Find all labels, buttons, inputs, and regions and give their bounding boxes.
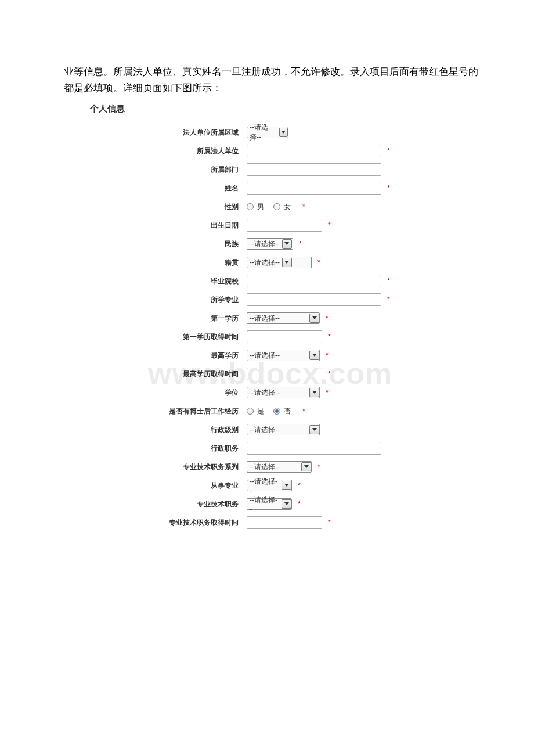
label-region: 法人单位所属区域 bbox=[90, 128, 247, 138]
select-first-edu[interactable]: --请选择-- bbox=[247, 312, 320, 324]
required-mark: * bbox=[387, 277, 390, 285]
row-dept: 所属部门 bbox=[90, 160, 461, 179]
row-school: 毕业院校 * bbox=[90, 272, 461, 290]
row-postdoc: 是否有博士后工作经历 是 否 * bbox=[90, 402, 461, 420]
svg-marker-8 bbox=[284, 484, 289, 487]
required-mark: * bbox=[302, 203, 305, 211]
input-highest-edu-time[interactable] bbox=[247, 368, 322, 380]
row-highest-edu-time: 最高学历取得时间 * bbox=[90, 365, 461, 383]
label-name: 姓名 bbox=[90, 183, 247, 193]
row-region: 法人单位所属区域 --请选择-- bbox=[90, 123, 461, 142]
row-highest-edu: 最高学历 --请选择-- * bbox=[90, 346, 461, 365]
select-tech-series-value: --请选择-- bbox=[250, 462, 280, 472]
row-tech-duty: 专业技术职务 --请选择-- * bbox=[90, 495, 461, 513]
required-mark: * bbox=[387, 184, 390, 192]
select-admin-level-value: --请选择-- bbox=[250, 425, 280, 435]
required-mark: * bbox=[326, 314, 329, 322]
chevron-down-icon[interactable] bbox=[309, 388, 319, 397]
row-admin-duty: 行政职务 bbox=[90, 439, 461, 458]
select-highest-edu[interactable]: --请选择-- bbox=[247, 350, 320, 361]
chevron-down-icon[interactable] bbox=[301, 462, 311, 471]
radio-male[interactable] bbox=[247, 203, 254, 210]
required-mark: * bbox=[326, 351, 329, 359]
label-native: 籍贯 bbox=[90, 258, 247, 268]
row-unit: 所属法人单位 * bbox=[90, 142, 461, 160]
radio-female-label: 女 bbox=[284, 202, 291, 212]
label-first-edu-time: 第一学历取得时间 bbox=[90, 332, 247, 342]
input-first-edu-time[interactable] bbox=[247, 330, 322, 343]
select-first-edu-value: --请选择-- bbox=[250, 314, 280, 323]
label-first-edu: 第一学历 bbox=[90, 314, 247, 323]
row-tech-series: 专业技术职务系列 --请选择-- * bbox=[90, 458, 461, 476]
label-tech-duty: 专业技术职务 bbox=[90, 499, 247, 509]
input-birth[interactable] bbox=[247, 219, 322, 232]
radio-postdoc-no[interactable] bbox=[273, 408, 280, 415]
required-mark: * bbox=[387, 147, 390, 155]
row-engaged-major: 从事专业 --请选择-- * bbox=[90, 476, 461, 495]
select-highest-edu-value: --请选择-- bbox=[250, 351, 280, 361]
row-name: 姓名 * bbox=[90, 179, 461, 197]
label-highest-edu: 最高学历 bbox=[90, 351, 247, 361]
chevron-down-icon[interactable] bbox=[282, 499, 291, 509]
required-mark: * bbox=[317, 258, 320, 267]
row-gender: 性别 男 女 * bbox=[90, 197, 461, 216]
select-tech-series[interactable]: --请选择-- bbox=[247, 461, 312, 473]
select-region-value: --请选择-- bbox=[250, 123, 277, 142]
row-first-edu: 第一学历 --请选择-- * bbox=[90, 309, 461, 327]
select-engaged-major-value: --请选择-- bbox=[250, 477, 279, 495]
select-ethnic[interactable]: --请选择-- bbox=[247, 238, 293, 250]
label-dept: 所属部门 bbox=[90, 165, 247, 175]
label-degree: 学位 bbox=[90, 388, 247, 398]
input-major[interactable] bbox=[247, 293, 381, 306]
row-admin-level: 行政级别 --请选择-- bbox=[90, 420, 461, 439]
select-engaged-major[interactable]: --请选择-- bbox=[247, 480, 292, 491]
radio-postdoc-yes-label: 是 bbox=[257, 406, 264, 416]
chevron-down-icon[interactable] bbox=[282, 239, 292, 249]
select-native[interactable]: --请选择-- bbox=[247, 257, 312, 268]
svg-marker-9 bbox=[284, 502, 289, 505]
input-dept[interactable] bbox=[247, 163, 381, 176]
row-ethnic: 民族 --请选择-- * bbox=[90, 235, 461, 253]
select-admin-level[interactable]: --请选择-- bbox=[247, 424, 320, 435]
required-mark: * bbox=[326, 388, 329, 397]
svg-marker-7 bbox=[304, 465, 309, 468]
form-screenshot: 个人信息 www.bdocx.com 法人单位所属区域 --请选择-- 所属法人… bbox=[90, 103, 461, 532]
input-admin-duty[interactable] bbox=[247, 442, 381, 455]
select-region[interactable]: --请选择-- bbox=[247, 127, 288, 138]
input-tech-duty-time[interactable] bbox=[247, 516, 322, 529]
radio-postdoc-no-label: 否 bbox=[284, 406, 291, 416]
label-tech-series: 专业技术职务系列 bbox=[90, 462, 247, 472]
required-mark: * bbox=[302, 407, 305, 415]
label-engaged-major: 从事专业 bbox=[90, 481, 247, 491]
chevron-down-icon[interactable] bbox=[309, 314, 319, 323]
label-highest-edu-time: 最高学历取得时间 bbox=[90, 369, 247, 379]
intro-text: 业等信息。所属法人单位、真实姓名一旦注册成功，不允许修改。录入项目后面有带红色星… bbox=[64, 64, 482, 96]
chevron-down-icon[interactable] bbox=[282, 258, 292, 267]
chevron-down-icon[interactable] bbox=[282, 481, 291, 490]
chevron-down-icon[interactable] bbox=[309, 351, 319, 360]
chevron-down-icon[interactable] bbox=[309, 425, 319, 434]
row-birth: 出生日期 * bbox=[90, 216, 461, 235]
label-admin-level: 行政级别 bbox=[90, 425, 247, 435]
radio-female[interactable] bbox=[273, 203, 280, 210]
required-mark: * bbox=[298, 500, 301, 508]
select-tech-duty[interactable]: --请选择-- bbox=[247, 498, 292, 510]
svg-marker-4 bbox=[312, 354, 317, 357]
select-degree-value: --请选择-- bbox=[250, 388, 280, 398]
svg-marker-5 bbox=[312, 391, 317, 394]
required-mark: * bbox=[328, 333, 331, 341]
label-gender: 性别 bbox=[90, 202, 247, 212]
label-unit: 所属法人单位 bbox=[90, 146, 247, 156]
svg-marker-1 bbox=[284, 242, 289, 245]
input-unit[interactable] bbox=[247, 145, 381, 157]
row-degree: 学位 --请选择-- * bbox=[90, 383, 461, 402]
select-degree[interactable]: --请选择-- bbox=[247, 387, 320, 398]
required-mark: * bbox=[328, 221, 331, 229]
input-name[interactable] bbox=[247, 182, 381, 195]
input-school[interactable] bbox=[247, 275, 381, 287]
radio-postdoc-yes[interactable] bbox=[247, 408, 254, 415]
radio-male-label: 男 bbox=[257, 202, 264, 212]
svg-marker-2 bbox=[284, 261, 289, 264]
chevron-down-icon[interactable] bbox=[279, 128, 288, 137]
select-native-value: --请选择-- bbox=[250, 258, 280, 268]
